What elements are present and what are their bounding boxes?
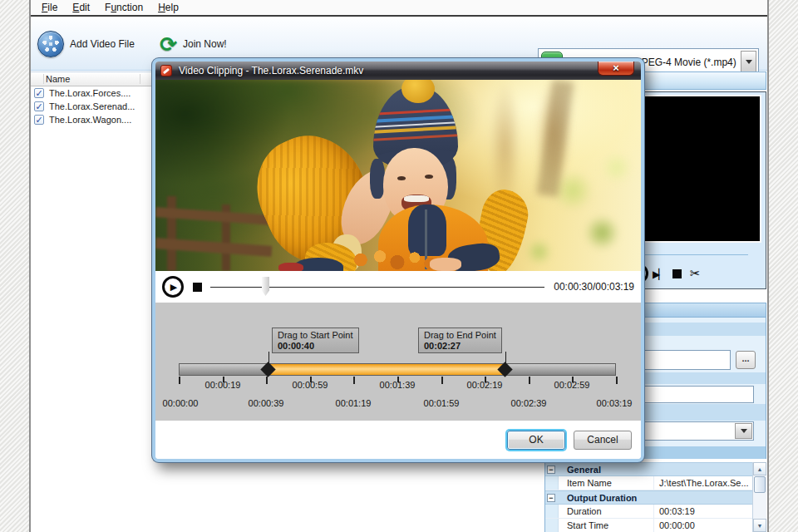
ruler-tick [529, 377, 530, 384]
ruler-label: 00:02:59 [554, 380, 590, 390]
group-row-output-duration[interactable]: − Output Duration [545, 490, 766, 505]
scroll-down-button[interactable]: ▼ [753, 519, 766, 532]
film-reel-icon [37, 31, 64, 57]
video-clipping-icon [160, 65, 172, 76]
browse-button[interactable]: ... [736, 351, 756, 369]
start-point-label: Drag to Start Point [278, 330, 353, 340]
menu-function[interactable]: Function [97, 0, 150, 15]
menu-help[interactable]: Help [150, 0, 186, 15]
time-display: 00:00:30/00:03:19 [554, 281, 634, 293]
dialog-footer: OK Cancel [155, 421, 641, 459]
dialog-titlebar[interactable]: Video Clipping - The.Lorax.Serenade.mkv … [155, 62, 641, 80]
ruler-label: 00:00:59 [293, 380, 328, 390]
scroll-down-icon: ▼ [757, 523, 763, 529]
file-list-header[interactable]: Name [31, 71, 152, 86]
add-video-file-button[interactable]: Add Video File [37, 26, 135, 62]
file-list-panel: Name ✓ The.Lorax.Forces.... ✓ The.Lorax.… [31, 71, 152, 532]
join-now-label: Join Now! [183, 38, 227, 50]
file-checkbox[interactable]: ✓ [34, 101, 44, 111]
selected-range [269, 364, 506, 375]
ruler-tick [616, 377, 618, 384]
photo-mother-coat [278, 263, 303, 271]
ruler-label: 00:00:39 [249, 398, 284, 408]
file-row[interactable]: ✓ The.Lorax.Serenad... [31, 100, 152, 113]
form-combo-dropdown-button[interactable] [735, 423, 752, 439]
seek-thumb[interactable] [262, 277, 269, 296]
chevron-down-icon [746, 60, 752, 67]
start-point-time: 00:00:40 [278, 341, 353, 352]
property-label: Start Time [567, 520, 608, 530]
add-video-file-label: Add Video File [70, 38, 135, 50]
photo-autumn-leaves [343, 249, 440, 271]
join-now-button[interactable]: ⟳ Join Now! [160, 26, 227, 62]
end-point-handle-tooltip[interactable]: Drag to End Point 00:02:27 [418, 328, 502, 353]
end-point-time: 00:02:27 [424, 341, 496, 352]
end-point-label: Drag to End Point [424, 330, 496, 340]
property-label: Item Name [567, 478, 612, 488]
play-icon[interactable]: ▶ [162, 276, 184, 298]
property-row-duration[interactable]: Duration 00:03:19 [545, 505, 766, 519]
file-checkbox[interactable]: ✓ [34, 88, 44, 98]
ruler-label: 00:00:19 [205, 380, 241, 390]
ruler-label: 00:02:19 [467, 380, 503, 390]
scroll-thumb[interactable] [754, 476, 766, 493]
video-preview-frame [155, 80, 641, 271]
property-value: 00:00:00 [659, 519, 695, 532]
dialog-title: Video Clipping - The.Lorax.Serenade.mkv [179, 65, 363, 76]
scroll-up-button[interactable]: ▲ [753, 462, 766, 475]
ruler-label: 00:03:19 [597, 398, 633, 408]
collapse-minus-icon[interactable]: − [547, 494, 555, 502]
playback-controls: ▶ 00:00:30/00:03:19 [155, 271, 641, 303]
property-label: Duration [567, 506, 602, 516]
collapse-minus-icon[interactable]: − [547, 466, 555, 474]
property-value: J:\test\The.Lorax.Se... [659, 476, 749, 490]
cancel-button[interactable]: Cancel [574, 431, 632, 450]
chevron-down-icon [741, 429, 747, 436]
ruler-label: 00:00:00 [163, 398, 199, 408]
menu-edit[interactable]: Edit [65, 0, 97, 15]
start-point-handle-tooltip[interactable]: Drag to Start Point 00:00:40 [272, 328, 359, 353]
next-frame-icon[interactable]: ▶▏ [653, 268, 664, 280]
ruler-tick [441, 377, 443, 384]
file-checkbox[interactable]: ✓ [34, 115, 44, 125]
stop-icon[interactable] [193, 283, 202, 292]
property-value: 00:03:19 [659, 505, 695, 518]
scroll-up-icon: ▲ [757, 466, 763, 472]
seek-bar[interactable] [210, 287, 544, 288]
output-combo-dropdown-button[interactable] [741, 51, 756, 73]
clip-range-panel: Drag to Start Point 00:00:40 Drag to End… [155, 303, 641, 421]
property-row-start-time[interactable]: Start Time 00:00:00 [545, 519, 766, 532]
ruler-label: 00:01:39 [380, 380, 416, 390]
name-column-header: Name [46, 72, 70, 86]
file-name: The.Lorax.Wagon.... [49, 115, 131, 125]
join-arrows-icon: ⟳ [160, 34, 177, 54]
property-grid: − General Item Name J:\test\The.Lorax.Se… [544, 462, 766, 532]
ruler-label: 00:01:59 [424, 398, 460, 408]
group-label: Output Duration [567, 493, 637, 503]
clip-timeline-track[interactable] [179, 363, 616, 376]
photo-mother-hand [430, 258, 461, 271]
grid-scrollbar[interactable]: ▲ ▼ [752, 462, 766, 532]
ruler-label: 00:02:39 [511, 398, 547, 408]
ok-button[interactable]: OK [507, 431, 565, 450]
preview-stop-icon[interactable] [672, 269, 682, 278]
file-row[interactable]: ✓ The.Lorax.Wagon.... [31, 113, 152, 126]
ruler-label: 00:01:19 [336, 398, 372, 408]
property-row-item-name[interactable]: Item Name J:\test\The.Lorax.Se... [545, 476, 766, 490]
ruler-tick [353, 377, 355, 384]
menu-bar: File Edit Function Help [31, 0, 767, 17]
group-label: General [567, 465, 601, 475]
file-name: The.Lorax.Forces.... [49, 88, 131, 98]
video-clipping-dialog: Video Clipping - The.Lorax.Serenade.mkv … [152, 58, 644, 462]
scissors-icon[interactable]: ✂ [690, 266, 701, 281]
ruler-tick [179, 377, 180, 384]
close-button[interactable]: × [598, 62, 634, 76]
file-row[interactable]: ✓ The.Lorax.Forces.... [31, 86, 152, 100]
ruler-tick [266, 377, 268, 384]
group-row-general[interactable]: − General [545, 462, 766, 476]
menu-file[interactable]: File [34, 0, 65, 15]
file-name: The.Lorax.Serenad... [49, 101, 135, 111]
